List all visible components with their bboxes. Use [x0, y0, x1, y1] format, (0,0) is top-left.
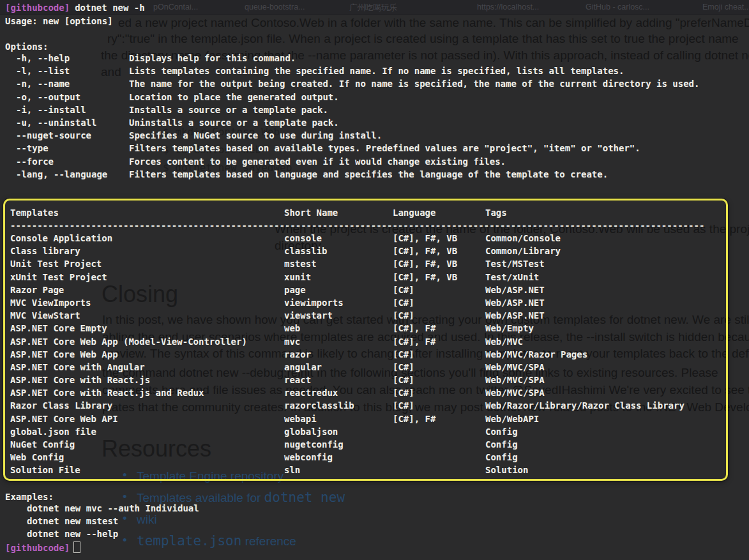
template-name-cell: MVC ViewImports — [10, 298, 91, 308]
tags-cell: Test/MSTest — [485, 259, 545, 269]
template-name-cell: Solution File — [10, 465, 80, 475]
template-name-cell: ASP.NET Core Web App (Model-View-Control… — [10, 337, 247, 347]
tags-cell: Web/MVC/SPA — [485, 388, 545, 398]
language-cell: [C#], F#, VB — [393, 233, 457, 243]
option-row: -o, --outputLocation to place the genera… — [0, 92, 749, 105]
template-name-cell: MVC ViewStart — [10, 310, 80, 321]
option-flag: -l, --list — [16, 66, 70, 76]
column-header-language: Language — [393, 208, 435, 218]
option-row: --typeFilters templates based on availab… — [0, 143, 749, 156]
language-cell: [C#], F# — [393, 323, 435, 333]
tags-cell: Common/Library — [485, 246, 561, 256]
option-description: Specifies a NuGet source to use during i… — [129, 130, 382, 140]
language-cell: [C#] — [393, 375, 414, 385]
option-flag: -o, --output — [16, 92, 80, 102]
option-flag: -u, --uninstall — [16, 117, 96, 128]
template-name-cell: ASP.NET Core with React.js — [10, 375, 150, 385]
options-title: Options: — [5, 40, 48, 53]
option-row: -i, --installInstalls a source or a temp… — [0, 105, 749, 117]
options-list: -h, --helpDisplays help for this command… — [0, 53, 749, 182]
table-row: ASP.NET Core Web App (Model-View-Control… — [5, 337, 722, 349]
short-name-cell: react — [284, 375, 311, 385]
tags-cell: Common/Console — [485, 233, 561, 243]
template-name-cell: NuGet Config — [10, 439, 75, 450]
tags-cell: Web/MVC/SPA — [485, 375, 545, 385]
option-description: The name for the output being created. I… — [129, 79, 699, 89]
tags-cell: Config — [485, 439, 518, 450]
option-flag: --nuget-source — [16, 130, 91, 140]
tags-cell: Config — [485, 427, 518, 437]
short-name-cell: mvc — [284, 337, 300, 347]
tags-cell: Config — [485, 452, 518, 462]
input-prompt-line[interactable]: [githubcode] — [5, 541, 80, 554]
table-row: Unit Test Projectmstest[C#], F#, VBTest/… — [5, 259, 722, 271]
table-row: global.json fileglobaljsonConfig — [5, 427, 722, 439]
terminal-cursor[interactable] — [73, 541, 80, 553]
example-command: dotnet new mvc --auth Individual — [27, 503, 199, 516]
option-description: Filters templates based on available typ… — [129, 143, 640, 153]
short-name-cell: xunit — [284, 272, 311, 282]
option-row: -l, --listLists templates containing the… — [0, 66, 749, 79]
table-row: xUnit Test Projectxunit[C#], F#, VBTest/… — [5, 272, 722, 285]
short-name-cell: reactredux — [284, 388, 338, 398]
short-name-cell: mstest — [284, 259, 317, 269]
table-row: NuGet ConfignugetconfigConfig — [5, 439, 722, 452]
option-flag: -n, --name — [16, 79, 70, 89]
option-row: -n, --nameThe name for the output being … — [0, 79, 749, 91]
template-name-cell: ASP.NET Core with React.js and Redux — [10, 388, 204, 398]
prompt-label: [githubcode] — [5, 543, 70, 553]
table-row: Console Applicationconsole[C#], F#, VBCo… — [5, 233, 722, 246]
option-description: Lists templates containing the specified… — [129, 66, 624, 76]
language-cell: [C#] — [393, 285, 414, 295]
option-description: Location to place the generated output. — [129, 92, 339, 102]
template-name-cell: Console Application — [10, 233, 112, 243]
column-header-short-name: Short Name — [284, 208, 338, 218]
language-cell: [C#] — [393, 400, 414, 411]
template-name-cell: Web Config — [10, 452, 64, 462]
examples-list: dotnet new mvc --auth Individual dotnet … — [27, 503, 199, 542]
short-name-cell: angular — [284, 362, 322, 372]
language-cell: [C#] — [393, 362, 414, 372]
template-name-cell: Unit Test Project — [10, 259, 102, 269]
table-row: MVC ViewStartviewstart[C#]Web/ASP.NET — [5, 310, 722, 323]
templates-table: Console Applicationconsole[C#], F#, VBCo… — [5, 233, 722, 478]
command-line: [githubcode]dotnet new -h — [5, 1, 145, 14]
option-flag: -h, --help — [16, 53, 70, 63]
short-name-cell: page — [284, 285, 306, 295]
option-flag: -lang, --language — [16, 169, 107, 179]
command-text: dotnet new -h — [75, 3, 145, 13]
language-cell: [C#] — [393, 298, 414, 308]
usage-line: Usage: new [options] — [5, 15, 113, 27]
option-flag: --force — [16, 156, 54, 167]
template-name-cell: ASP.NET Core Empty — [10, 323, 107, 333]
tags-cell: Web/MVC/Razor Pages — [485, 349, 587, 359]
option-description: Installs a source or a template pack. — [129, 105, 328, 115]
option-flag: -i, --install — [16, 105, 86, 115]
tags-cell: Web/ASP.NET — [485, 285, 545, 295]
language-cell: [C#], F# — [393, 414, 435, 424]
tags-cell: Web/ASP.NET — [485, 310, 545, 321]
option-description: Displays help for this command. — [129, 53, 296, 63]
table-row: ASP.NET Core with Angularangular[C#]Web/… — [5, 362, 722, 375]
short-name-cell: webapi — [284, 414, 317, 424]
language-cell: [C#], F#, VB — [393, 259, 457, 269]
option-flag: --type — [16, 143, 49, 153]
option-row: -h, --helpDisplays help for this command… — [0, 53, 749, 66]
option-description: Uninstalls a source or a template pack. — [129, 117, 339, 128]
option-row: -u, --uninstallUninstalls a source or a … — [0, 117, 749, 130]
short-name-cell: nugetconfig — [284, 439, 344, 450]
template-name-cell: ASP.NET Core Web API — [10, 414, 118, 424]
template-name-cell: Razor Page — [10, 285, 64, 295]
table-row: Razor Pagepage[C#]Web/ASP.NET — [5, 285, 722, 298]
example-command: dotnet new --help — [27, 529, 199, 541]
short-name-cell: razorclasslib — [284, 400, 354, 411]
language-cell: [C#] — [393, 310, 414, 321]
tags-cell: Test/xUnit — [485, 272, 539, 282]
table-row: Solution FileslnSolution — [5, 465, 722, 478]
table-row: ASP.NET Core Web APIwebapi[C#], F#Web/We… — [5, 414, 722, 427]
short-name-cell: razor — [284, 349, 311, 359]
short-name-cell: globaljson — [284, 427, 338, 437]
language-cell: [C#], F# — [393, 337, 435, 347]
terminal-overlay[interactable]: [githubcode]dotnet new -h Usage: new [op… — [0, 0, 749, 560]
language-cell: [C#] — [393, 388, 414, 398]
